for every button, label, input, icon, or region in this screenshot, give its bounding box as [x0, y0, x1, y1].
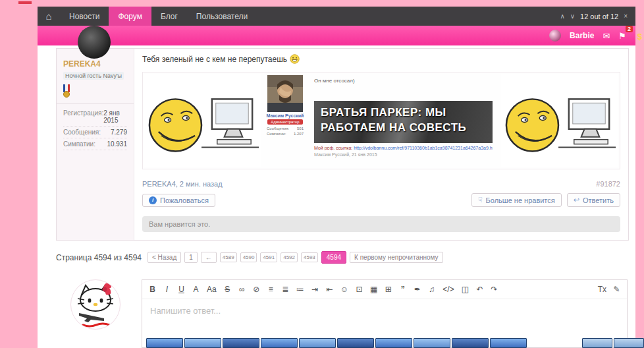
post-author-time-link[interactable]: PEREKA4, 2 мин. назад — [142, 180, 223, 188]
nav-item-news[interactable]: Новости — [60, 7, 109, 26]
ordered-list-icon[interactable]: ≣ — [282, 285, 289, 294]
ref-link[interactable]: http://vdolbannu.com/ref/97110360b1ab1ca… — [354, 146, 493, 150]
post-number-link[interactable]: #91872 — [596, 180, 620, 188]
reply-arrow-icon: ↩ — [574, 196, 579, 204]
taskbar-window-tile[interactable] — [223, 338, 259, 348]
mini-stat-row: Симпатии: 1.207 — [267, 131, 304, 136]
page-button[interactable]: 4590 — [240, 252, 257, 262]
image-icon[interactable]: ⊡ — [356, 285, 363, 294]
page-button[interactable]: 4592 — [281, 252, 298, 262]
quote-attribution[interactable]: Максим Русский, 21 янв 2015 — [314, 152, 493, 157]
redo-icon[interactable]: ↷ — [491, 285, 498, 294]
current-page-button[interactable]: 4594 — [321, 251, 346, 264]
code-icon[interactable]: </> — [443, 285, 454, 294]
current-user-avatar[interactable] — [70, 279, 121, 330]
drafts-icon[interactable]: ◫ — [462, 285, 469, 294]
browser-edge-fragment — [18, 1, 32, 4]
reply-button[interactable]: ↩ Ответить — [567, 193, 620, 207]
align-icon[interactable]: ≡ — [267, 285, 275, 294]
stat-row-likes: Симпатии: 10.931 — [63, 138, 127, 150]
account-avatar[interactable] — [549, 30, 561, 42]
quote-icon[interactable]: ” — [399, 285, 406, 294]
report-button[interactable]: i Пожаловаться — [142, 194, 215, 207]
mini-stat-row: Сообщения: 501 — [267, 126, 304, 131]
page-button[interactable]: 4593 — [301, 252, 318, 262]
underline-icon[interactable]: U — [178, 285, 185, 294]
medal-coin — [63, 91, 70, 98]
award-medal-icon — [63, 84, 70, 98]
back-page-button[interactable]: < Назад — [148, 252, 181, 263]
taskbar-window-tile[interactable] — [184, 338, 221, 348]
first-page-button[interactable]: 1 — [184, 252, 198, 263]
thumb-down-icon: ☟ — [478, 196, 483, 204]
taskbar — [146, 338, 527, 348]
nav-item-users[interactable]: Пользователи — [187, 7, 257, 26]
post-actions: i Пожаловаться ☟ Больше не нравится ↩ От… — [142, 193, 620, 207]
author-name[interactable]: PEREKA4 — [63, 59, 127, 69]
taskbar-window-tile[interactable] — [490, 338, 527, 348]
nav-item-blog[interactable]: Блог — [151, 7, 187, 26]
skip-pages-button[interactable]: ← — [201, 252, 217, 263]
unlink-icon[interactable]: ⊘ — [253, 285, 260, 294]
quoted-author-name[interactable]: Максим Русский — [267, 113, 304, 118]
taskbar-window-tile[interactable] — [414, 338, 450, 348]
bbcode-toggle-icon[interactable]: ✎ — [613, 285, 620, 294]
taskbar-window-tile[interactable] — [375, 338, 412, 348]
taskbar-window-tile[interactable] — [146, 338, 183, 348]
link-icon[interactable]: ∞ — [238, 285, 246, 294]
stat-row-registration: Регистрация: 2 янв 2015 — [63, 107, 127, 127]
italic-icon[interactable]: I — [163, 285, 171, 294]
mini-stat-value: 501 — [297, 127, 304, 130]
quoted-author-photo[interactable] — [267, 75, 303, 112]
music-icon[interactable]: ♫ — [428, 285, 435, 294]
post-message-text: Тебя зеленый не с кем не перепутаешь — [142, 54, 620, 64]
home-icon[interactable]: ⌂ — [38, 7, 60, 26]
smilies-icon[interactable]: ☺ — [340, 285, 348, 294]
taskbar-window-tile[interactable] — [337, 338, 374, 348]
text-color-icon[interactable]: A — [192, 285, 200, 294]
media-icon[interactable]: ▦ — [370, 285, 377, 294]
banner-image: БРАТЬЯ ПАРКЕР: МЫ РАБОТАЕМ НА СОВЕСТЬ — [314, 101, 493, 143]
alerts-flag[interactable]: ⚑ 2 — [618, 30, 626, 42]
taskbar-window-tile[interactable] — [614, 338, 644, 348]
author-title: Ночной гость Navy'ы — [63, 72, 124, 80]
taskbar-window-tile[interactable] — [452, 338, 489, 348]
table-icon[interactable]: ⊞ — [385, 285, 392, 294]
nav-item-forum[interactable]: Форум — [109, 7, 151, 26]
mini-stat-label: Симпатии: — [267, 132, 286, 136]
strikethrough-icon[interactable]: S — [224, 285, 231, 294]
author-avatar[interactable] — [78, 26, 111, 59]
account-username[interactable]: Barbie — [570, 31, 594, 40]
outdent-icon[interactable]: ⇤ — [326, 285, 333, 294]
top-navbar: ⌂ Новости Форум Блог Пользователи ∧ ∨ 12… — [38, 7, 635, 26]
indent-icon[interactable]: ⇥ — [311, 285, 319, 294]
first-unread-button[interactable]: К первому непрочитанному — [350, 252, 443, 263]
page-button[interactable]: 4589 — [220, 252, 237, 262]
bold-icon[interactable]: B — [149, 285, 156, 294]
unordered-list-icon[interactable]: ≔ — [296, 285, 304, 294]
spoiler-icon[interactable]: ✒ — [414, 285, 421, 294]
stat-value[interactable]: 7.279 — [111, 129, 127, 136]
dollar-icon[interactable]: $ — [637, 32, 642, 42]
unlike-button[interactable]: ☟ Больше не нравится — [471, 193, 562, 207]
find-prev-icon[interactable]: ∧ — [560, 13, 564, 20]
taskbar-window-tile[interactable] — [261, 338, 298, 348]
forum-page: ⌂ Новости Форум Блог Пользователи ∧ ∨ 12… — [0, 0, 644, 348]
stat-value[interactable]: 10.931 — [107, 140, 127, 148]
find-next-icon[interactable]: ∨ — [570, 13, 575, 20]
undo-icon[interactable]: ↶ — [476, 285, 483, 294]
remove-format-icon[interactable]: Tx — [598, 285, 606, 294]
page-button[interactable]: 4591 — [260, 252, 277, 262]
taskbar-window-tile[interactable] — [582, 338, 612, 348]
ref-label: Мой реф. ссылка: — [314, 146, 352, 150]
inbox-icon[interactable]: ✉ — [603, 31, 610, 41]
find-close-icon[interactable]: × — [624, 13, 628, 20]
find-widget: ∧ ∨ 12 out of 12 × — [552, 7, 635, 26]
font-size-icon[interactable]: Aa — [207, 285, 217, 294]
taskbar-window-tile[interactable] — [299, 338, 336, 348]
banner-line-1: БРАТЬЯ ПАРКЕР: МЫ — [321, 105, 486, 121]
toolbar-right-group: Tx ✎ — [598, 285, 620, 294]
flag-icon: ⚑ — [618, 31, 626, 41]
quoted-author-stats: Сообщения: 501 Симпатии: 1.207 — [267, 126, 304, 136]
stat-label: Регистрация: — [63, 109, 103, 124]
